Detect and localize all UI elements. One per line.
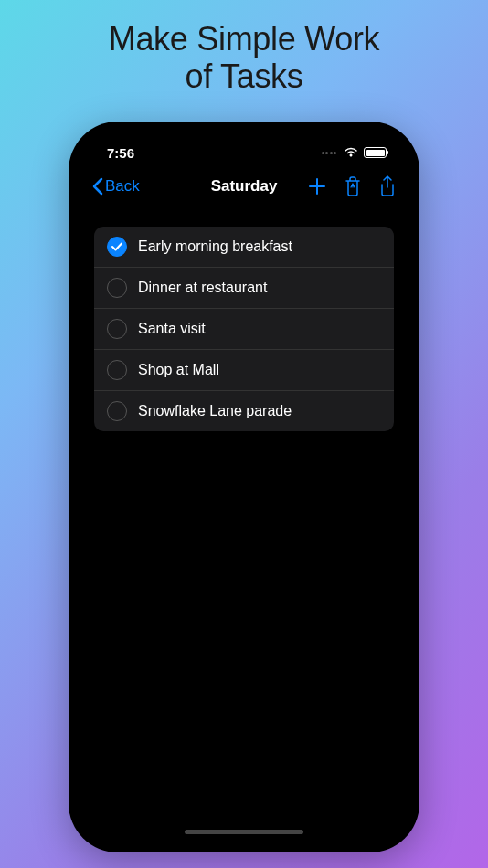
navigation-bar: Back Saturday bbox=[80, 166, 408, 206]
task-checkbox[interactable] bbox=[107, 278, 127, 298]
status-indicators bbox=[322, 147, 387, 158]
task-item[interactable]: Dinner at restaurant bbox=[94, 268, 394, 309]
phone-screen: 7:56 bbox=[80, 132, 408, 842]
page-title: Saturday bbox=[211, 177, 278, 196]
nav-actions bbox=[308, 175, 396, 197]
marketing-headline: Make Simple Work of Tasks bbox=[109, 20, 380, 96]
status-time: 7:56 bbox=[107, 145, 134, 161]
task-label: Dinner at restaurant bbox=[138, 280, 267, 296]
task-checkbox[interactable] bbox=[107, 401, 127, 421]
headline-line-2: of Tasks bbox=[109, 58, 380, 95]
task-item[interactable]: Early morning breakfast bbox=[94, 227, 394, 268]
trash-icon bbox=[345, 176, 361, 196]
share-button[interactable] bbox=[379, 175, 396, 197]
task-label: Early morning breakfast bbox=[138, 238, 292, 255]
task-label: Santa visit bbox=[138, 321, 206, 337]
add-button[interactable] bbox=[308, 177, 326, 196]
phone-frame: 7:56 bbox=[69, 122, 419, 852]
share-icon bbox=[379, 175, 396, 197]
headline-line-1: Make Simple Work bbox=[109, 20, 380, 58]
cellular-dots-icon bbox=[322, 152, 337, 154]
plus-icon bbox=[308, 177, 326, 196]
task-checkbox[interactable] bbox=[107, 360, 127, 380]
home-indicator[interactable] bbox=[185, 830, 303, 834]
task-label: Shop at Mall bbox=[138, 362, 219, 378]
back-label: Back bbox=[105, 177, 140, 196]
chevron-left-icon bbox=[92, 177, 103, 196]
checkmark-icon bbox=[111, 242, 122, 251]
task-item[interactable]: Santa visit bbox=[94, 309, 394, 350]
task-item[interactable]: Shop at Mall bbox=[94, 350, 394, 391]
task-checkbox[interactable] bbox=[107, 237, 127, 257]
status-bar: 7:56 bbox=[80, 132, 408, 166]
task-label: Snowflake Lane parade bbox=[138, 403, 292, 419]
wifi-icon bbox=[344, 147, 358, 158]
task-item[interactable]: Snowflake Lane parade bbox=[94, 391, 394, 431]
task-checkbox[interactable] bbox=[107, 319, 127, 339]
task-list: Early morning breakfastDinner at restaur… bbox=[94, 227, 394, 431]
back-button[interactable]: Back bbox=[92, 177, 140, 196]
battery-icon bbox=[364, 147, 387, 158]
delete-button[interactable] bbox=[345, 176, 361, 196]
